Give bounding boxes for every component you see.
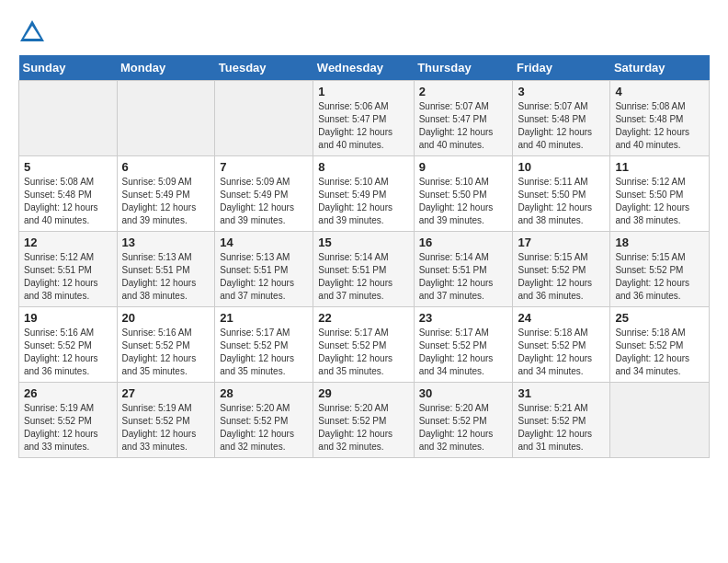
day-number: 26 [24,386,112,400]
day-number: 9 [419,160,508,174]
calendar-cell: 27Sunrise: 5:19 AM Sunset: 5:52 PM Dayli… [117,383,215,458]
logo [18,18,50,46]
day-number: 25 [615,311,704,325]
day-info: Sunrise: 5:19 AM Sunset: 5:52 PM Dayligh… [122,402,210,454]
calendar-cell [215,81,313,156]
calendar-cell: 26Sunrise: 5:19 AM Sunset: 5:52 PM Dayli… [19,383,118,458]
calendar-cell: 4Sunrise: 5:08 AM Sunset: 5:48 PM Daylig… [610,81,710,156]
day-info: Sunrise: 5:09 AM Sunset: 5:49 PM Dayligh… [220,176,308,227]
calendar-cell: 15Sunrise: 5:14 AM Sunset: 5:51 PM Dayli… [313,232,414,307]
day-info: Sunrise: 5:10 AM Sunset: 5:50 PM Dayligh… [419,176,508,227]
day-info: Sunrise: 5:09 AM Sunset: 5:49 PM Dayligh… [122,176,210,227]
day-number: 18 [615,236,704,249]
calendar-week-row: 1Sunrise: 5:06 AM Sunset: 5:47 PM Daylig… [19,81,710,156]
day-number: 27 [122,386,210,400]
day-info: Sunrise: 5:13 AM Sunset: 5:51 PM Dayligh… [122,251,210,303]
day-info: Sunrise: 5:20 AM Sunset: 5:52 PM Dayligh… [220,402,308,454]
day-number: 1 [318,85,408,98]
day-number: 23 [419,311,508,325]
calendar-cell: 9Sunrise: 5:10 AM Sunset: 5:50 PM Daylig… [414,156,513,232]
calendar-cell: 2Sunrise: 5:07 AM Sunset: 5:47 PM Daylig… [414,81,513,156]
day-info: Sunrise: 5:14 AM Sunset: 5:51 PM Dayligh… [318,251,408,303]
day-number: 10 [518,160,605,174]
day-info: Sunrise: 5:08 AM Sunset: 5:48 PM Dayligh… [24,176,112,227]
calendar-cell: 20Sunrise: 5:16 AM Sunset: 5:52 PM Dayli… [117,307,215,383]
day-number: 31 [518,386,605,400]
calendar-cell: 7Sunrise: 5:09 AM Sunset: 5:49 PM Daylig… [215,156,313,232]
day-info: Sunrise: 5:07 AM Sunset: 5:48 PM Dayligh… [518,100,605,152]
day-number: 6 [122,160,210,174]
calendar-cell: 1Sunrise: 5:06 AM Sunset: 5:47 PM Daylig… [313,81,414,156]
calendar-cell: 28Sunrise: 5:20 AM Sunset: 5:52 PM Dayli… [215,383,313,458]
day-number: 14 [220,236,308,249]
calendar-cell: 10Sunrise: 5:11 AM Sunset: 5:50 PM Dayli… [513,156,610,232]
weekday-header-saturday: Saturday [610,55,710,81]
day-info: Sunrise: 5:14 AM Sunset: 5:51 PM Dayligh… [419,251,508,303]
calendar-cell: 24Sunrise: 5:18 AM Sunset: 5:52 PM Dayli… [513,307,610,383]
calendar-cell: 16Sunrise: 5:14 AM Sunset: 5:51 PM Dayli… [414,232,513,307]
calendar-week-row: 12Sunrise: 5:12 AM Sunset: 5:51 PM Dayli… [19,232,710,307]
calendar-cell: 21Sunrise: 5:17 AM Sunset: 5:52 PM Dayli… [215,307,313,383]
day-info: Sunrise: 5:16 AM Sunset: 5:52 PM Dayligh… [24,327,112,378]
day-number: 21 [220,311,308,325]
calendar-cell [19,81,118,156]
day-number: 7 [220,160,308,174]
day-info: Sunrise: 5:06 AM Sunset: 5:47 PM Dayligh… [318,100,408,152]
calendar-week-row: 26Sunrise: 5:19 AM Sunset: 5:52 PM Dayli… [19,383,710,458]
day-info: Sunrise: 5:17 AM Sunset: 5:52 PM Dayligh… [318,327,408,378]
day-info: Sunrise: 5:20 AM Sunset: 5:52 PM Dayligh… [419,402,508,454]
day-number: 11 [615,160,704,174]
calendar-cell: 31Sunrise: 5:21 AM Sunset: 5:52 PM Dayli… [513,383,610,458]
calendar-cell: 23Sunrise: 5:17 AM Sunset: 5:52 PM Dayli… [414,307,513,383]
calendar-cell: 17Sunrise: 5:15 AM Sunset: 5:52 PM Dayli… [513,232,610,307]
calendar-cell: 11Sunrise: 5:12 AM Sunset: 5:50 PM Dayli… [610,156,710,232]
logo-icon [18,18,46,46]
calendar-cell: 30Sunrise: 5:20 AM Sunset: 5:52 PM Dayli… [414,383,513,458]
calendar-week-row: 19Sunrise: 5:16 AM Sunset: 5:52 PM Dayli… [19,307,710,383]
weekday-header-friday: Friday [513,55,610,81]
day-number: 17 [518,236,605,249]
day-info: Sunrise: 5:18 AM Sunset: 5:52 PM Dayligh… [518,327,605,378]
calendar-table: SundayMondayTuesdayWednesdayThursdayFrid… [18,55,710,458]
calendar-cell: 12Sunrise: 5:12 AM Sunset: 5:51 PM Dayli… [19,232,118,307]
day-number: 15 [318,236,408,249]
day-info: Sunrise: 5:15 AM Sunset: 5:52 PM Dayligh… [518,251,605,303]
day-number: 22 [318,311,408,325]
day-info: Sunrise: 5:11 AM Sunset: 5:50 PM Dayligh… [518,176,605,227]
day-number: 30 [419,386,508,400]
day-info: Sunrise: 5:07 AM Sunset: 5:47 PM Dayligh… [419,100,508,152]
day-info: Sunrise: 5:21 AM Sunset: 5:52 PM Dayligh… [518,402,605,454]
day-info: Sunrise: 5:10 AM Sunset: 5:49 PM Dayligh… [318,176,408,227]
weekday-header-row: SundayMondayTuesdayWednesdayThursdayFrid… [19,55,710,81]
day-number: 19 [24,311,112,325]
day-info: Sunrise: 5:13 AM Sunset: 5:51 PM Dayligh… [220,251,308,303]
calendar-cell: 6Sunrise: 5:09 AM Sunset: 5:49 PM Daylig… [117,156,215,232]
day-number: 3 [518,85,605,98]
day-info: Sunrise: 5:18 AM Sunset: 5:52 PM Dayligh… [615,327,704,378]
calendar-cell: 14Sunrise: 5:13 AM Sunset: 5:51 PM Dayli… [215,232,313,307]
day-info: Sunrise: 5:19 AM Sunset: 5:52 PM Dayligh… [24,402,112,454]
day-info: Sunrise: 5:16 AM Sunset: 5:52 PM Dayligh… [122,327,210,378]
day-info: Sunrise: 5:15 AM Sunset: 5:52 PM Dayligh… [615,251,704,303]
calendar-cell: 18Sunrise: 5:15 AM Sunset: 5:52 PM Dayli… [610,232,710,307]
day-info: Sunrise: 5:12 AM Sunset: 5:51 PM Dayligh… [24,251,112,303]
calendar-cell: 22Sunrise: 5:17 AM Sunset: 5:52 PM Dayli… [313,307,414,383]
day-info: Sunrise: 5:17 AM Sunset: 5:52 PM Dayligh… [419,327,508,378]
day-number: 2 [419,85,508,98]
day-number: 28 [220,386,308,400]
day-number: 5 [24,160,112,174]
weekday-header-tuesday: Tuesday [215,55,313,81]
day-number: 12 [24,236,112,249]
day-number: 4 [615,85,704,98]
weekday-header-thursday: Thursday [414,55,513,81]
calendar-cell: 3Sunrise: 5:07 AM Sunset: 5:48 PM Daylig… [513,81,610,156]
page-header [18,18,710,46]
calendar-cell [610,383,710,458]
day-number: 13 [122,236,210,249]
day-info: Sunrise: 5:17 AM Sunset: 5:52 PM Dayligh… [220,327,308,378]
day-info: Sunrise: 5:12 AM Sunset: 5:50 PM Dayligh… [615,176,704,227]
day-info: Sunrise: 5:20 AM Sunset: 5:52 PM Dayligh… [318,402,408,454]
day-number: 8 [318,160,408,174]
calendar-week-row: 5Sunrise: 5:08 AM Sunset: 5:48 PM Daylig… [19,156,710,232]
calendar-cell: 5Sunrise: 5:08 AM Sunset: 5:48 PM Daylig… [19,156,118,232]
